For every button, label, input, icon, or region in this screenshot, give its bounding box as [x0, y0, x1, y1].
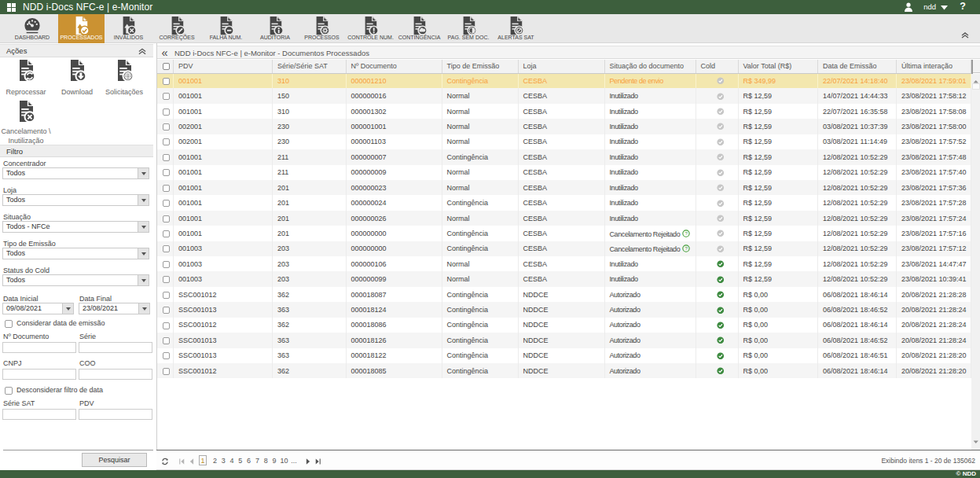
- svg-text:?: ?: [685, 245, 688, 251]
- svg-text:?: ?: [685, 230, 688, 236]
